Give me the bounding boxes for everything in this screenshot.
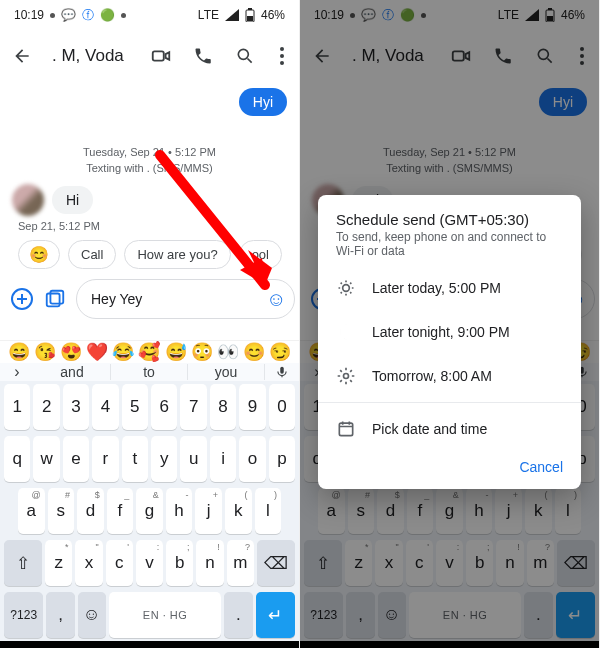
key-symbols[interactable]: ?123 [4,592,43,638]
key-p[interactable]: p [269,436,295,482]
key-e[interactable]: e [63,436,89,482]
emoji-option[interactable]: 😊 [243,341,265,363]
key-u[interactable]: u [180,436,206,482]
video-call-button[interactable] [449,44,473,68]
key-d: d$ [377,488,404,534]
key-,[interactable]: , [46,592,74,638]
emoji-option[interactable]: 😅 [165,341,187,363]
smart-reply-3[interactable]: ool [239,240,282,269]
key-a: a@ [318,488,345,534]
key-c: c' [406,540,433,586]
key-n[interactable]: n! [196,540,223,586]
key-y[interactable]: y [151,436,177,482]
expand-suggestions[interactable]: › [0,363,34,381]
suggestion-3[interactable]: you [188,364,265,380]
key-d[interactable]: d$ [77,488,104,534]
emoji-option[interactable]: 😂 [112,341,134,363]
voice-call-button[interactable] [191,44,215,68]
emoji-option[interactable]: 😄 [8,341,30,363]
key-2[interactable]: 2 [33,384,59,430]
nav-collapse[interactable]: ⌄ [143,641,156,648]
option-tomorrow[interactable]: Tomorrow, 8:00 AM [318,354,581,398]
svg-point-24 [343,285,350,292]
key-v[interactable]: v: [136,540,163,586]
key-1[interactable]: 1 [4,384,30,430]
video-call-button[interactable] [149,44,173,68]
key-7[interactable]: 7 [180,384,206,430]
key-t[interactable]: t [122,436,148,482]
key-f: f_ [407,488,434,534]
key-emoji[interactable]: ☺ [78,592,106,638]
key-space[interactable]: EN · HG [109,592,222,638]
key-z[interactable]: z* [45,540,72,586]
key-9[interactable]: 9 [239,384,265,430]
svg-rect-1 [248,8,252,10]
incoming-message[interactable]: Hi [52,186,93,214]
incoming-timestamp: Sep 21, 5:12 PM [18,220,287,232]
key-3[interactable]: 3 [63,384,89,430]
conversation-title[interactable]: . M, Voda [352,46,431,66]
option-later-today[interactable]: Later today, 5:00 PM [318,266,581,310]
conversation-title[interactable]: . M, Voda [52,46,131,66]
key-q[interactable]: q [4,436,30,482]
key-8[interactable]: 8 [210,384,236,430]
key-h[interactable]: h- [166,488,193,534]
key-v: v: [436,540,463,586]
emoji-option[interactable]: 😍 [60,341,82,363]
key-0[interactable]: 0 [269,384,295,430]
key-.[interactable]: . [224,592,252,638]
outgoing-message[interactable]: Hyi [239,88,287,116]
emoji-option[interactable]: ❤️ [86,341,108,363]
key-4[interactable]: 4 [92,384,118,430]
key-w[interactable]: w [33,436,59,482]
overflow-button[interactable] [575,44,589,68]
emoji-option[interactable]: 😏 [269,341,291,363]
key-b[interactable]: b; [166,540,193,586]
key-i[interactable]: i [210,436,236,482]
back-button[interactable] [10,44,34,68]
key-backspace[interactable]: ⌫ [257,540,295,586]
notif-dot-2 [121,13,126,18]
key-6[interactable]: 6 [151,384,177,430]
dialog-cancel[interactable]: Cancel [318,451,581,483]
key-k[interactable]: k( [225,488,252,534]
option-pick-datetime[interactable]: Pick date and time [318,407,581,451]
emoji-button[interactable]: ☺ [266,288,286,311]
key-r[interactable]: r [92,436,118,482]
suggestion-2[interactable]: to [111,364,188,380]
key-o[interactable]: o [239,436,265,482]
key-s[interactable]: s# [48,488,75,534]
key-l[interactable]: l) [255,488,282,534]
emoji-option[interactable]: 🥰 [138,341,160,363]
search-button[interactable] [533,44,557,68]
avatar[interactable] [12,184,44,216]
emoji-option[interactable]: 👀 [217,341,239,363]
message-input[interactable] [91,291,266,307]
nav-collapse[interactable]: ⌄ [443,641,456,648]
emoji-option[interactable]: 😘 [34,341,56,363]
key-m[interactable]: m? [227,540,254,586]
key-a[interactable]: a@ [18,488,45,534]
key-j[interactable]: j+ [195,488,222,534]
key-x[interactable]: x" [75,540,102,586]
overflow-button[interactable] [275,44,289,68]
emoji-option[interactable]: 😳 [191,341,213,363]
key-f[interactable]: f_ [107,488,134,534]
key-shift[interactable]: ⇧ [4,540,42,586]
smart-reply-1[interactable]: Call [68,240,116,269]
key-c[interactable]: c' [106,540,133,586]
voice-input[interactable] [265,363,299,381]
voice-call-button[interactable] [491,44,515,68]
key-enter[interactable]: ↵ [256,592,295,638]
key-5[interactable]: 5 [122,384,148,430]
smart-reply-2[interactable]: How are you? [124,240,230,269]
add-button[interactable] [10,286,34,312]
back-button[interactable] [310,44,334,68]
option-later-tonight[interactable]: Later tonight, 9:00 PM [318,310,581,354]
suggestion-1[interactable]: and [34,364,111,380]
key-g[interactable]: g& [136,488,163,534]
search-button[interactable] [233,44,257,68]
smart-reply-emoji[interactable]: 😊 [18,240,60,269]
gallery-button[interactable] [44,286,66,312]
message-field[interactable]: ☺ [76,279,295,319]
